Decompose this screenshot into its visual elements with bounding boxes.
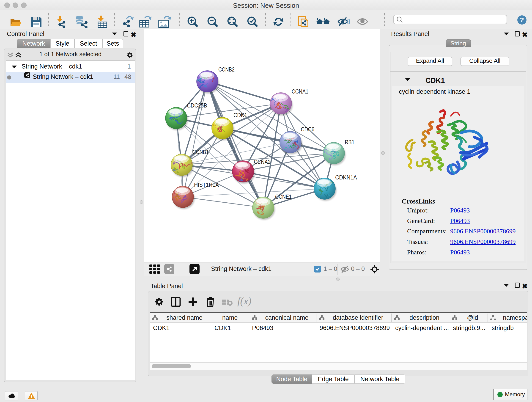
svg-text:CCNE1: CCNE1 [275, 193, 292, 200]
svg-text:RB1: RB1 [345, 139, 355, 146]
svg-text:CDC6: CDC6 [301, 126, 314, 133]
svg-text:CDC25B: CDC25B [187, 102, 207, 109]
svg-text:CDKN1A: CDKN1A [335, 174, 357, 181]
svg-text:CCNB2: CCNB2 [218, 66, 234, 73]
svg-text:CCNB1: CCNB1 [192, 148, 209, 155]
svg-text:CCNA1: CCNA1 [292, 88, 308, 95]
svg-text:CDK1: CDK1 [234, 112, 247, 119]
svg-text:HIST1H1A: HIST1H1A [194, 181, 219, 188]
svg-text:CCNA2: CCNA2 [254, 158, 271, 165]
